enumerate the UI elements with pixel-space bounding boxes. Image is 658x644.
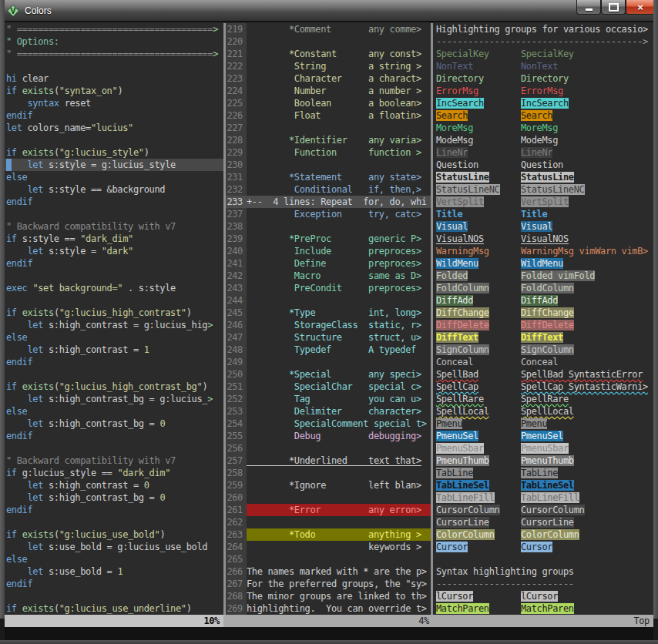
help-line: 222 String a string > bbox=[226, 60, 431, 72]
folded-line: 233+-- 4 lines: Repeat for, do, whi bbox=[226, 196, 431, 208]
command-line[interactable] bbox=[5, 627, 653, 640]
code-line: endif bbox=[5, 578, 223, 590]
hitest-row: -------------------------- bbox=[433, 578, 653, 590]
hitest-row: VertSplitVertSplit bbox=[433, 196, 653, 208]
code-line bbox=[5, 134, 223, 146]
hitest-row: ---------------------------------------> bbox=[433, 35, 653, 48]
code-line: let s:high_contrast = g:lucius_hig> bbox=[5, 319, 223, 331]
help-line: 249 bbox=[226, 356, 431, 368]
hitest-row: TabLineTabLine bbox=[433, 467, 653, 479]
hitest-row: PmenuSbarPmenuSbar bbox=[433, 442, 653, 454]
hitest-row: SpecialKeySpecialKey bbox=[433, 48, 653, 60]
hitest-row: WarningMsgWarningMsg vimWarn vimB> bbox=[433, 245, 653, 257]
hitest-row: CursorLineCursorLine bbox=[433, 516, 653, 528]
help-line: 256 bbox=[226, 442, 431, 454]
line-number: 224 bbox=[226, 85, 247, 97]
hitest-row: DiffChangeDiffChange bbox=[433, 307, 653, 319]
line-number: 245 bbox=[226, 307, 247, 319]
code-editor-pane[interactable]: " =====================================>… bbox=[5, 23, 223, 615]
code-line: syntax reset bbox=[5, 97, 223, 109]
line-number: 257 bbox=[226, 454, 247, 467]
code-line: " =====================================> bbox=[5, 48, 223, 60]
help-file-pane[interactable]: 219 *Comment any comme>220221 *Constant … bbox=[226, 23, 431, 615]
help-line: 229 Function function > bbox=[226, 146, 431, 159]
line-number: 253 bbox=[226, 405, 247, 418]
help-line: 251 SpecialChar special c> bbox=[226, 381, 431, 393]
line-number: 242 bbox=[226, 270, 247, 282]
hitest-row: PmenuSelPmenuSel bbox=[433, 430, 653, 442]
line-number: 258 bbox=[226, 467, 247, 479]
hitest-row: CursorColumnCursorColumn bbox=[433, 504, 653, 516]
window-frame-right bbox=[653, 0, 658, 619]
title-bar[interactable]: Colors × bbox=[0, 0, 658, 22]
code-line: endif bbox=[5, 504, 223, 516]
help-line: 267For the preferred groups, the "sy> bbox=[226, 578, 431, 590]
code-line: endif bbox=[5, 356, 223, 368]
hitest-row: FoldedFolded vimFold bbox=[433, 270, 653, 282]
code-line: hi clear bbox=[5, 72, 223, 85]
code-line: let s:high_contrast_bg = g:lucius_> bbox=[5, 393, 223, 405]
help-line: 241 Define preproces> bbox=[226, 257, 431, 270]
code-line: let s:use_bold = 1 bbox=[5, 565, 223, 578]
line-number: 255 bbox=[226, 430, 247, 442]
hitest-row: LineNrLineNr bbox=[433, 146, 653, 159]
help-line: 261 *Error any erron> bbox=[226, 504, 431, 516]
line-number: 262 bbox=[226, 516, 247, 528]
help-line: 248 Typedef A typedef bbox=[226, 344, 431, 356]
line-number: 250 bbox=[226, 368, 247, 381]
code-line: " Backward compatibility with v7 bbox=[5, 220, 223, 233]
line-number: 266 bbox=[226, 565, 247, 578]
help-line: 225 Boolean a boolean> bbox=[226, 97, 431, 109]
line-number: 226 bbox=[226, 109, 247, 122]
help-line: 257 *Underlined text that> bbox=[226, 454, 431, 467]
help-line: 258 bbox=[226, 467, 431, 479]
code-line: let s:style == &background bbox=[5, 183, 223, 196]
help-line: 219 *Comment any comme> bbox=[226, 23, 431, 35]
hitest-row: VisualNOSVisualNOS bbox=[433, 233, 653, 245]
hitest-row: ErrorMsgErrorMsg bbox=[433, 85, 653, 97]
hitest-row: IncSearchIncSearch bbox=[433, 97, 653, 109]
code-line: if exists("g:lucius_high_contrast_bg") bbox=[5, 381, 223, 393]
help-line: 260 bbox=[226, 491, 431, 504]
hitest-row: TitleTitle bbox=[433, 208, 653, 220]
close-icon: × bbox=[637, 2, 643, 12]
line-number: 219 bbox=[226, 23, 247, 35]
code-line: " =====================================> bbox=[5, 23, 223, 35]
code-line: if exists("g:lucius_style") bbox=[5, 146, 223, 159]
help-line: 239 *PreProc generic P> bbox=[226, 233, 431, 245]
hitest-row: VisualVisual bbox=[433, 220, 653, 233]
close-button[interactable]: × bbox=[626, 0, 655, 15]
editor-content: " =====================================>… bbox=[5, 22, 653, 640]
line-number: 249 bbox=[226, 356, 247, 368]
help-line: 226 Float a floatin> bbox=[226, 109, 431, 122]
help-line: 269highlighting. You can override t> bbox=[226, 602, 431, 615]
line-number: 247 bbox=[226, 331, 247, 344]
line-number: 233 bbox=[226, 196, 247, 208]
maximize-button[interactable] bbox=[601, 0, 626, 15]
line-number: 227 bbox=[226, 122, 247, 134]
highlight-test-pane[interactable]: Highlighting groups for various occasio>… bbox=[433, 23, 653, 615]
line-number: 229 bbox=[226, 146, 247, 159]
minimize-icon bbox=[586, 8, 593, 11]
help-line: 265 bbox=[226, 553, 431, 565]
line-number: 265 bbox=[226, 553, 247, 565]
line-number: 240 bbox=[226, 245, 247, 257]
hitest-row: TabLineFillTabLineFill bbox=[433, 491, 653, 504]
hitest-row: TabLineSelTabLineSel bbox=[433, 479, 653, 491]
code-line: else bbox=[5, 331, 223, 344]
line-number: 237 bbox=[226, 208, 247, 220]
help-line: 230 bbox=[226, 159, 431, 171]
hitest-row: DiffTextDiffText bbox=[433, 331, 653, 344]
minimize-button[interactable] bbox=[576, 0, 601, 15]
line-number: 267 bbox=[226, 578, 247, 590]
hitest-row bbox=[433, 553, 653, 565]
line-number: 254 bbox=[226, 418, 247, 430]
code-line bbox=[5, 442, 223, 454]
code-line: let s:high_contrast_bg = 0 bbox=[5, 491, 223, 504]
line-number: 252 bbox=[226, 393, 247, 405]
code-line: else bbox=[5, 171, 223, 183]
line-number: 256 bbox=[226, 442, 247, 454]
hitest-row: SignColumnSignColumn bbox=[433, 344, 653, 356]
hitest-row: MoreMsgMoreMsg bbox=[433, 122, 653, 134]
help-line: 245 *Type int, long> bbox=[226, 307, 431, 319]
